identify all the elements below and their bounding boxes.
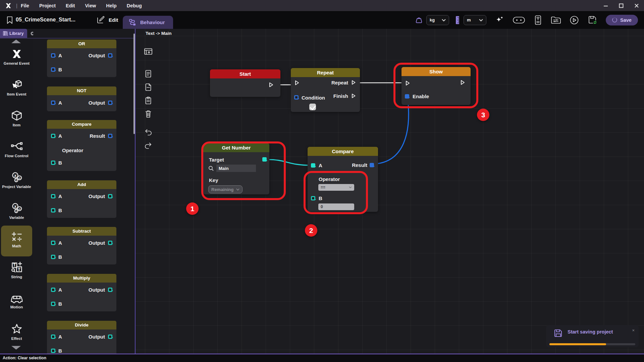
tab-behaviour[interactable]: Behaviour xyxy=(123,16,173,29)
menu-view[interactable]: View xyxy=(85,3,96,8)
sidebar-item-math[interactable]: Math xyxy=(0,231,33,248)
library-node-multiply[interactable]: Multiply A Output B xyxy=(47,274,116,311)
controller-icon[interactable] xyxy=(513,16,525,24)
input-label: A xyxy=(58,240,62,246)
node-start[interactable]: Start xyxy=(210,69,280,97)
close-icon[interactable] xyxy=(634,3,639,8)
redo-icon[interactable] xyxy=(144,141,153,150)
output-port[interactable] xyxy=(108,194,112,198)
sidebar-item-variable[interactable]: xay Variable xyxy=(0,202,33,220)
output-port[interactable] xyxy=(108,53,112,58)
project-settings-icon[interactable] xyxy=(551,16,561,24)
menu-debug[interactable]: Debug xyxy=(127,3,142,8)
paste-icon[interactable] xyxy=(144,96,153,105)
exec-out-pin[interactable] xyxy=(268,81,274,88)
sparkle-icon[interactable] xyxy=(495,16,504,24)
input-port[interactable] xyxy=(51,335,55,339)
length-unit-select[interactable]: m xyxy=(464,15,486,25)
output-port[interactable] xyxy=(108,101,112,105)
undo-icon[interactable] xyxy=(144,127,153,137)
number-out-port[interactable] xyxy=(262,157,267,162)
library-node-add[interactable]: Add A Output B xyxy=(47,180,116,218)
panel-scrollbar[interactable] xyxy=(133,34,135,134)
minimize-icon[interactable] xyxy=(603,3,608,8)
maximize-icon[interactable] xyxy=(619,3,624,8)
condition-checkbox[interactable] xyxy=(309,104,316,110)
repeat-out-row[interactable]: Repeat xyxy=(331,79,357,85)
node-compare[interactable]: Compare A Result Operator == B 0 xyxy=(308,147,378,212)
result-out-row[interactable]: Result xyxy=(352,162,374,168)
output-port[interactable] xyxy=(108,288,112,292)
input-port[interactable] xyxy=(51,241,55,245)
target-search-field[interactable]: Main xyxy=(208,165,256,172)
sidebar-item-item-event[interactable]: Item Event xyxy=(0,79,33,96)
result-port[interactable] xyxy=(370,163,374,167)
exec-out-pin[interactable] xyxy=(459,79,466,86)
node-get-number[interactable]: Get Number Target Main Key Remaining xyxy=(203,143,269,194)
library-node-subtract[interactable]: Subtract A Output B xyxy=(47,227,116,264)
input-port[interactable] xyxy=(51,288,55,292)
menu-edit[interactable]: Edit xyxy=(66,3,75,8)
library-node-not[interactable]: NOT A Output xyxy=(47,86,116,111)
menu-file[interactable]: File xyxy=(21,3,29,8)
play-icon[interactable] xyxy=(570,15,579,25)
sidebar-item-item[interactable]: Item xyxy=(0,110,33,127)
save-sync-icon[interactable] xyxy=(588,15,598,25)
input-port[interactable] xyxy=(51,67,55,72)
graph-canvas[interactable]: Text -> Main xyxy=(136,29,644,354)
target-value[interactable]: Main xyxy=(216,165,256,172)
input-port[interactable] xyxy=(51,302,55,306)
chevron-down-icon xyxy=(349,186,352,188)
node-repeat[interactable]: Repeat Repeat Finish Condition xyxy=(291,68,360,112)
menu-help[interactable]: Help xyxy=(106,3,116,8)
mass-unit-select[interactable]: kg xyxy=(426,15,449,25)
b-value-field[interactable]: 0 xyxy=(318,203,354,210)
operator-dropdown[interactable]: == xyxy=(318,184,354,191)
exec-in-pin[interactable] xyxy=(293,79,300,86)
delete-icon[interactable] xyxy=(144,109,153,119)
input-port[interactable] xyxy=(51,194,55,198)
library-node-divide[interactable]: Divide A Output B xyxy=(47,321,116,358)
input-port[interactable] xyxy=(51,349,55,353)
edit-button[interactable]: Edit xyxy=(97,16,118,24)
save-button[interactable]: Save xyxy=(606,15,638,25)
output-port[interactable] xyxy=(108,241,112,245)
enable-port[interactable] xyxy=(405,94,409,99)
output-port[interactable] xyxy=(108,335,112,339)
finish-out-row[interactable]: Finish xyxy=(333,93,357,99)
exec-in-pin[interactable] xyxy=(404,80,411,86)
sidebar-item-general-event[interactable]: General Event xyxy=(0,48,33,65)
scroll-up-icon[interactable] xyxy=(11,40,21,43)
toast-close-icon[interactable]: × xyxy=(632,328,635,333)
input-port[interactable] xyxy=(51,134,55,138)
mobile-device-icon[interactable] xyxy=(534,15,542,25)
frame-tool-icon[interactable] xyxy=(144,47,153,56)
input-port[interactable] xyxy=(51,101,55,105)
note-icon[interactable] xyxy=(144,69,153,78)
sidebar-item-flow-control[interactable]: Flow Control xyxy=(0,140,33,158)
key-dropdown[interactable]: Remaining xyxy=(208,185,243,193)
library-node-or[interactable]: OR A Output B xyxy=(47,40,116,77)
node-show[interactable]: Show Enable xyxy=(401,67,471,105)
svg-text:a: a xyxy=(18,176,20,180)
menu-project[interactable]: Project xyxy=(39,3,56,8)
input-port[interactable] xyxy=(51,161,55,165)
sidebar-item-motion[interactable]: Motion xyxy=(0,292,33,309)
sidebar-item-string[interactable]: TT String xyxy=(0,261,33,279)
step-badge-2: 2 xyxy=(305,224,317,237)
tab-library[interactable]: Library xyxy=(0,29,27,38)
sidebar-item-project-variable[interactable]: xay Project Variable xyxy=(0,171,33,189)
sidebar-item-effect[interactable]: Effect xyxy=(0,323,33,341)
input-port[interactable] xyxy=(51,53,55,58)
b-port[interactable] xyxy=(311,196,315,200)
scroll-down-icon[interactable] xyxy=(11,346,21,350)
node-show-title: Show xyxy=(401,67,471,76)
input-port[interactable] xyxy=(51,255,55,259)
a-port[interactable] xyxy=(311,163,315,168)
bookmark-icon[interactable] xyxy=(6,16,13,24)
library-node-compare[interactable]: Compare A Result Operator B xyxy=(47,120,116,171)
input-port[interactable] xyxy=(51,208,55,213)
copy-icon[interactable] xyxy=(144,82,153,92)
condition-port[interactable] xyxy=(294,95,299,100)
output-port[interactable] xyxy=(108,134,112,138)
